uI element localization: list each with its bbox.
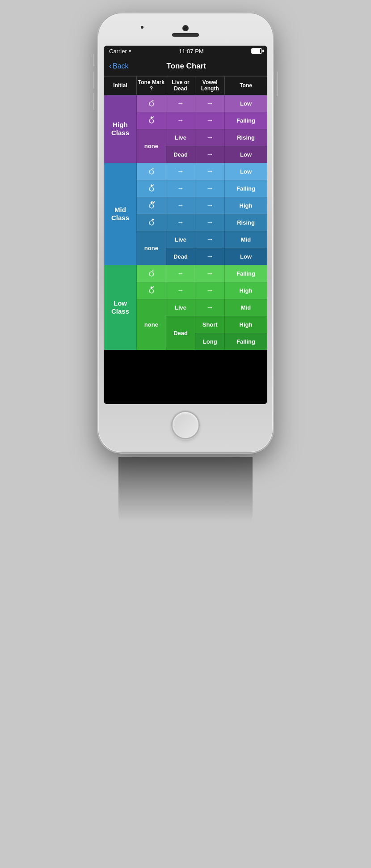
vowel-cell: → [195, 214, 225, 231]
power-button[interactable] [277, 72, 279, 96]
volume-up-button[interactable] [92, 72, 94, 89]
tone-mark-cell: ◌้ [137, 112, 166, 129]
tone-result: Low [225, 146, 267, 163]
tone-result: Falling [225, 180, 267, 197]
volume-down-button[interactable] [92, 93, 94, 110]
speaker [172, 33, 199, 37]
table-row: High Class ◌่ → → Low [104, 95, 267, 112]
vowel-cell: → [195, 248, 225, 265]
earpiece [141, 26, 143, 29]
vowel-cell: Short [195, 316, 225, 333]
vowel-cell: → [195, 282, 225, 299]
tone-result: Mid [225, 231, 267, 248]
tone-result: Low [225, 248, 267, 265]
tone-chart: Initial Tone Mark ? Live or Dead Vowel L… [104, 76, 267, 350]
tone-mark-cell: ◌่ [137, 95, 166, 112]
home-button-area [104, 404, 267, 447]
live-dead-cell: Dead [166, 248, 195, 265]
tone-result: Falling [225, 265, 267, 282]
table-row: Mid Class ◌่ → → Low [104, 163, 267, 180]
tone-result: High [225, 316, 267, 333]
live-dead-cell: → [166, 197, 195, 214]
tone-mark-cell: ◌้ [137, 282, 166, 299]
table-header-row: Initial Tone Mark ? Live or Dead Vowel L… [104, 77, 267, 95]
phone-device: Carrier ▾ 11:07 PM ‹ Back Tone Chart [98, 13, 273, 537]
vowel-cell: → [195, 129, 225, 146]
carrier-info: Carrier ▾ [109, 48, 131, 55]
wifi-icon: ▾ [129, 48, 131, 54]
tone-result: High [225, 282, 267, 299]
live-dead-cell: → [166, 112, 195, 129]
time-display: 11:07 PM [179, 48, 204, 55]
battery-icon [251, 48, 262, 54]
navigation-bar: ‹ Back Tone Chart [104, 56, 267, 76]
phone-frame: Carrier ▾ 11:07 PM ‹ Back Tone Chart [98, 13, 273, 452]
header-tone-mark: Tone Mark ? [137, 77, 166, 95]
screen-bottom [104, 350, 267, 404]
live-dead-cell: Dead [166, 316, 195, 350]
tone-result: Low [225, 163, 267, 180]
back-chevron-icon: ‹ [109, 61, 112, 71]
tone-result: Rising [225, 214, 267, 231]
vowel-cell: → [195, 197, 225, 214]
vowel-cell: → [195, 112, 225, 129]
live-dead-cell: → [166, 265, 195, 282]
header-tone: Tone [225, 77, 267, 95]
tone-mark-cell: ◌๋ [137, 214, 166, 231]
live-dead-cell: → [166, 282, 195, 299]
live-dead-cell: → [166, 214, 195, 231]
vowel-cell: → [195, 265, 225, 282]
header-live-dead: Live or Dead [166, 77, 195, 95]
header-initial: Initial [104, 77, 137, 95]
page-title: Tone Chart [129, 62, 244, 71]
tone-result: Low [225, 95, 267, 112]
live-dead-cell: → [166, 180, 195, 197]
vowel-cell: → [195, 146, 225, 163]
low-class-label: Low Class [104, 265, 137, 350]
high-class-label: High Class [104, 95, 137, 163]
live-dead-cell: Live [166, 299, 195, 316]
table-row: Low Class ◌่ → → Falling [104, 265, 267, 282]
live-dead-cell: Live [166, 129, 195, 146]
tone-result: Mid [225, 299, 267, 316]
home-button[interactable] [173, 412, 198, 438]
vowel-cell: → [195, 95, 225, 112]
mid-class-label: Mid Class [104, 163, 137, 265]
tone-mark-cell: ◌้ [137, 180, 166, 197]
vowel-cell: → [195, 163, 225, 180]
tone-result: High [225, 197, 267, 214]
phone-screen: Carrier ▾ 11:07 PM ‹ Back Tone Chart [104, 46, 267, 404]
tone-table: Initial Tone Mark ? Live or Dead Vowel L… [104, 76, 267, 350]
vowel-cell: Long [195, 333, 225, 350]
vowel-cell: → [195, 180, 225, 197]
silent-button[interactable] [92, 54, 94, 66]
header-vowel-length: Vowel Length [195, 77, 225, 95]
phone-reflection [118, 457, 253, 537]
carrier-label: Carrier [109, 48, 127, 55]
tone-result: Falling [225, 333, 267, 350]
tone-mark-cell: none [137, 231, 166, 265]
camera [183, 26, 188, 30]
tone-mark-cell: none [137, 129, 166, 163]
reflection-screen [118, 457, 253, 537]
live-dead-cell: Dead [166, 146, 195, 163]
live-dead-cell: Live [166, 231, 195, 248]
vowel-cell: → [195, 299, 225, 316]
tone-mark-cell: ◌๊ [137, 197, 166, 214]
vowel-cell: → [195, 231, 225, 248]
back-button[interactable]: ‹ Back [109, 61, 129, 71]
tone-result: Rising [225, 129, 267, 146]
status-bar: Carrier ▾ 11:07 PM [104, 46, 267, 56]
live-dead-cell: → [166, 163, 195, 180]
tone-mark-cell: ◌่ [137, 163, 166, 180]
tone-mark-cell: none [137, 299, 166, 350]
live-dead-cell: → [166, 95, 195, 112]
tone-result: Falling [225, 112, 267, 129]
tone-mark-cell: ◌่ [137, 265, 166, 282]
back-label: Back [113, 62, 129, 70]
